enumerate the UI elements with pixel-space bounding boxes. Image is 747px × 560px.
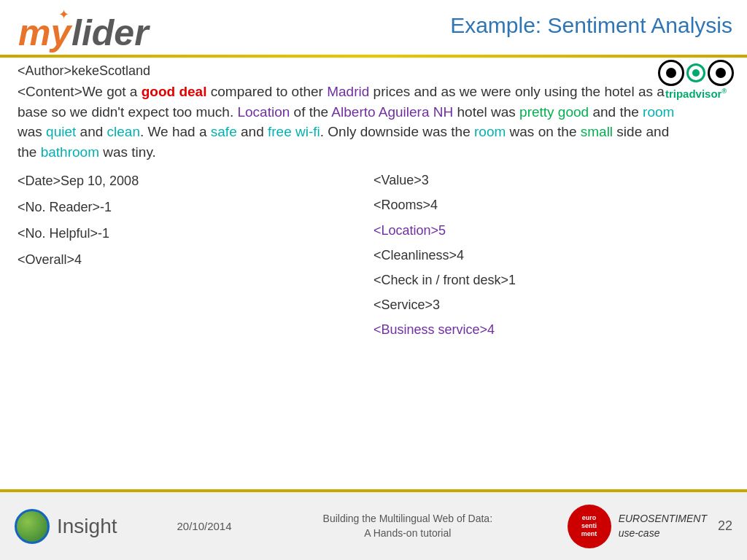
footer-title: Building the Multilingual Web of Data: A… <box>248 512 568 540</box>
value-rating: <Value>3 <box>374 168 729 192</box>
quiet-highlight: quiet <box>46 124 76 139</box>
euro-line2: senti <box>581 522 597 530</box>
eurosentiment-badge: euro senti ment <box>568 505 611 548</box>
svg-text:lider: lider <box>71 12 150 53</box>
metadata-right: <Value>3 <Rooms>4 <Location>5 <Cleanline… <box>374 168 729 342</box>
content-paragraph: <Content>We got a good deal compared to … <box>18 82 689 162</box>
content-mid3: of the <box>290 104 331 120</box>
page-title: Example: Sentiment Analysis <box>450 7 732 38</box>
content-intro: <Content>We got a <box>18 84 142 99</box>
footer-date: 20/10/2014 <box>160 520 248 532</box>
euro-line3: ment <box>581 530 597 538</box>
content-mid6: was <box>18 124 46 139</box>
author-line: <Author>kekeScotland <box>18 63 729 79</box>
footer-title-line1: Building the Multilingual Web of Data: <box>248 512 568 526</box>
business-rating: <Business service>4 <box>374 317 729 342</box>
content-mid11: was on the <box>506 124 580 139</box>
room1-highlight: room <box>643 104 674 120</box>
bathroom-highlight: bathroom <box>41 144 99 160</box>
clean-highlight: clean <box>107 124 140 139</box>
free-wifi-highlight: free wi-fi <box>268 124 320 139</box>
content-mid1: compared to other <box>206 84 327 99</box>
location-rating: <Location>5 <box>374 218 729 243</box>
page-number: 22 <box>718 518 732 534</box>
main-content: <Author>kekeScotland <Content>We got a g… <box>0 58 747 343</box>
eurosentiment-area: euro senti ment EUROSENTIMENT use-case <box>568 505 707 548</box>
insight-globe-icon <box>15 509 50 544</box>
small-highlight: small <box>581 124 613 139</box>
service-rating: <Service>3 <box>374 292 729 317</box>
content-mid10: . Only downside was the <box>320 124 474 139</box>
euro-label-line1: EUROSENTIMENT <box>619 512 707 526</box>
header: my lider ✦ Example: Sentiment Analysis <box>0 0 747 55</box>
overall-field: <Overall>4 <box>18 246 374 273</box>
euro-label-line2: use-case <box>619 526 707 541</box>
content-mid4: hotel was <box>453 104 519 120</box>
reader-field: <No. Reader>-1 <box>18 194 374 220</box>
content-mid5: and the <box>589 104 643 120</box>
footer-title-line2: A Hands-on tutorial <box>248 526 568 541</box>
content-mid7: and <box>76 124 107 139</box>
good-deal: good deal <box>142 84 207 99</box>
svg-text:✦: ✦ <box>58 7 69 22</box>
metadata-section: <Date>Sep 10, 2008 <No. Reader>-1 <No. H… <box>18 168 729 342</box>
content-mid9: and <box>237 124 268 139</box>
content-mid8: . We had a <box>140 124 211 139</box>
hotel-name-highlight: Alberto Aguilera NH <box>331 104 453 120</box>
checkin-rating: <Check in / front desk>1 <box>374 268 729 292</box>
insight-label: Insight <box>57 515 117 538</box>
logo-svg: my lider ✦ <box>15 7 175 55</box>
rooms-rating: <Rooms>4 <box>374 192 729 217</box>
metadata-left: <Date>Sep 10, 2008 <No. Reader>-1 <No. H… <box>18 168 374 342</box>
footer: Insight 20/10/2014 Building the Multilin… <box>0 489 747 560</box>
helpful-field: <No. Helpful>-1 <box>18 220 374 246</box>
pretty-good-highlight: pretty good <box>519 104 589 120</box>
madrid-highlight: Madrid <box>327 84 369 99</box>
location-highlight: Location <box>237 104 290 120</box>
date-field: <Date>Sep 10, 2008 <box>18 168 374 194</box>
logo-area: my lider ✦ <box>15 7 175 55</box>
content-end: was tiny. <box>99 144 156 160</box>
eurosentiment-text: EUROSENTIMENT use-case <box>619 512 707 540</box>
room2-highlight: room <box>474 124 506 139</box>
safe-highlight: safe <box>211 124 237 139</box>
logo: my lider ✦ <box>15 7 175 55</box>
cleanliness-rating: <Cleanliness>4 <box>374 243 729 268</box>
footer-insight-logo: Insight <box>15 509 160 544</box>
euro-line1: euro <box>582 514 597 522</box>
